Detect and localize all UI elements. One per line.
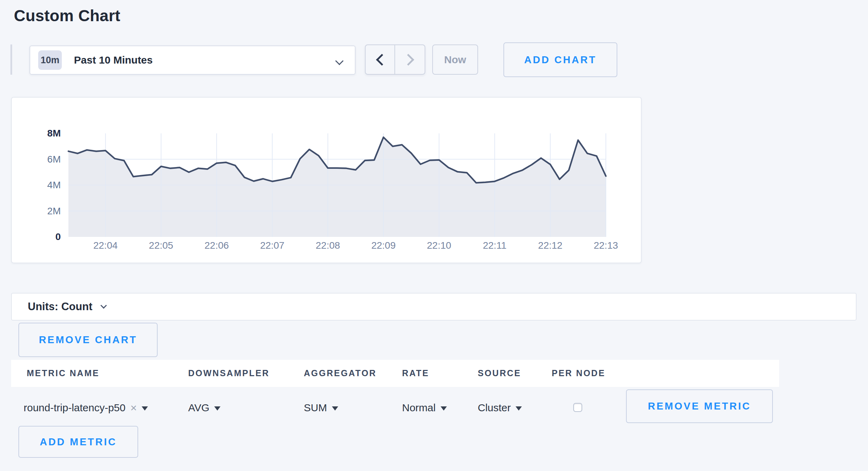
rate-value: Normal (402, 402, 436, 414)
time-back-button[interactable] (366, 45, 395, 74)
remove-metric-button[interactable]: REMOVE METRIC (626, 389, 773, 423)
chevron-down-icon (335, 57, 343, 65)
chevron-right-icon (402, 54, 414, 66)
x-tick-label: 22:06 (194, 240, 239, 251)
metric-area-chart (12, 98, 641, 263)
add-chart-label: ADD CHART (524, 54, 596, 66)
remove-metric-label: REMOVE METRIC (648, 400, 751, 412)
now-button-label: Now (444, 54, 466, 66)
header-rate: RATE (402, 368, 429, 378)
x-tick-label: 22:12 (528, 240, 573, 251)
aggregator-value: SUM (304, 402, 327, 414)
dropdown-arrow-icon (516, 406, 522, 411)
dropdown-arrow-icon (441, 406, 447, 411)
metric-name-value: round-trip-latency-p50 (24, 402, 125, 414)
remove-chart-button[interactable]: REMOVE CHART (18, 323, 158, 357)
time-range-badge: 10m (38, 50, 62, 70)
dropdown-arrow-icon (214, 406, 220, 411)
per-node-checkbox[interactable] (573, 403, 582, 412)
x-tick-label: 22:07 (250, 240, 295, 251)
downsampler-value: AVG (188, 402, 209, 414)
y-tick-label: 0 (30, 231, 61, 242)
add-metric-label: ADD METRIC (40, 436, 117, 448)
downsampler-select[interactable]: AVG (188, 400, 220, 415)
x-tick-label: 22:04 (83, 240, 128, 251)
rate-select[interactable]: Normal (402, 400, 447, 415)
x-tick-label: 22:08 (305, 240, 350, 251)
aggregator-select[interactable]: SUM (304, 400, 338, 415)
controls-accent-divider (10, 44, 12, 75)
dropdown-arrow-icon (332, 406, 338, 411)
x-tick-label: 22:13 (583, 240, 628, 251)
y-tick-label: 2M (30, 206, 61, 217)
metric-name-select[interactable]: round-trip-latency-p50 × (24, 400, 148, 415)
remove-chart-label: REMOVE CHART (39, 334, 137, 346)
y-tick-label: 6M (30, 154, 61, 165)
header-source: SOURCE (478, 368, 521, 378)
header-per-node: PER NODE (552, 368, 606, 378)
now-button[interactable]: Now (432, 44, 478, 75)
dropdown-arrow-icon (142, 406, 148, 411)
header-metric-name: METRIC NAME (27, 368, 99, 378)
metrics-table-header: METRIC NAME DOWNSAMPLER AGGREGATOR RATE … (11, 360, 779, 387)
y-tick-label: 8M (30, 128, 61, 139)
header-downsampler: DOWNSAMPLER (188, 368, 269, 378)
clear-icon[interactable]: × (130, 402, 137, 414)
x-tick-label: 22:09 (361, 240, 406, 251)
time-forward-button[interactable] (395, 45, 425, 74)
x-tick-label: 22:05 (139, 240, 184, 251)
source-value: Cluster (478, 402, 511, 414)
x-tick-label: 22:10 (417, 240, 462, 251)
time-nav-group (365, 44, 425, 75)
y-tick-label: 4M (30, 180, 61, 191)
chart-canvas[interactable] (12, 98, 641, 264)
add-metric-button[interactable]: ADD METRIC (18, 426, 138, 458)
source-select[interactable]: Cluster (478, 400, 522, 415)
add-chart-button[interactable]: ADD CHART (503, 42, 617, 77)
units-label: Units: Count (28, 300, 92, 313)
x-tick-label: 22:11 (472, 240, 517, 251)
chevron-down-icon (100, 302, 107, 308)
page-title: Custom Chart (14, 6, 120, 25)
units-dropdown[interactable]: Units: Count (11, 293, 857, 321)
chart-card: 8M6M4M2M022:0422:0522:0622:0722:0822:092… (11, 97, 642, 263)
chevron-left-icon (376, 54, 388, 66)
time-range-label: Past 10 Minutes (74, 54, 153, 66)
header-aggregator: AGGREGATOR (304, 368, 377, 378)
time-range-dropdown[interactable]: 10m Past 10 Minutes (30, 46, 356, 75)
